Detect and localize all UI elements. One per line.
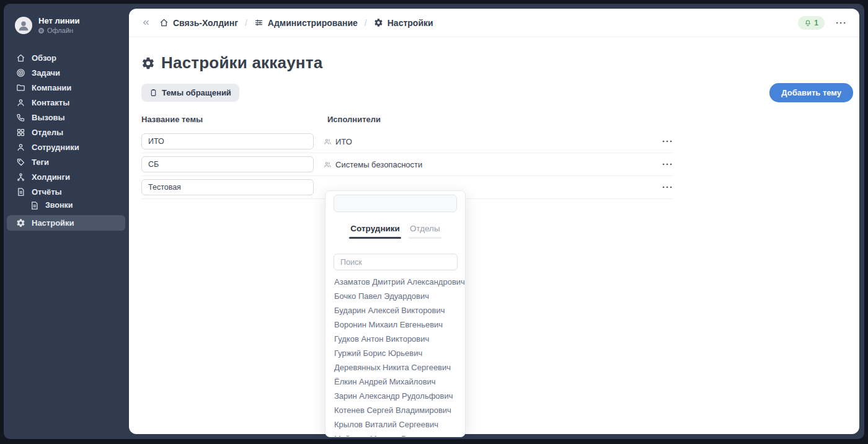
folder-icon xyxy=(16,82,25,92)
table-row: ИТО ··· xyxy=(141,130,673,153)
breadcrumb-item-settings[interactable]: Настройки xyxy=(374,18,433,28)
assignee-select-input[interactable] xyxy=(334,195,457,212)
topic-name-input[interactable] xyxy=(141,156,314,172)
sidebar: Нет линии Офлайн Обзор Задачи Компании xyxy=(4,4,129,439)
employee-list: Азаматов Дмитрий Александрович Бочко Пав… xyxy=(326,275,465,437)
phone-icon xyxy=(16,112,25,122)
employee-option[interactable]: Воронин Михаил Евгеньевич xyxy=(326,317,465,332)
sidebar-item-reports-calls[interactable]: Звонки xyxy=(4,199,129,211)
grid-icon xyxy=(16,127,25,137)
employee-option[interactable]: Гудков Антон Викторович xyxy=(326,332,465,346)
topbar: Связь-Холдинг / Администрирование / Наст… xyxy=(129,9,859,37)
employee-option[interactable]: Зарин Александр Рудольфович xyxy=(326,389,465,403)
status-dot-icon xyxy=(38,28,44,33)
sidebar-item-reports[interactable]: Отчёты xyxy=(4,184,129,199)
executors-cell[interactable]: ИТО xyxy=(324,137,662,146)
gear-icon xyxy=(374,18,383,27)
bell-icon xyxy=(804,19,812,27)
user-status: Офлайн xyxy=(47,27,73,34)
gear-icon xyxy=(16,218,25,228)
column-header-topic-name: Название темы xyxy=(141,115,314,124)
breadcrumb-item-holding[interactable]: Связь-Холдинг xyxy=(159,18,238,28)
sidebar-item-tasks[interactable]: Задачи xyxy=(4,65,129,80)
employee-option[interactable]: Бочко Павел Эдуардович xyxy=(326,289,465,303)
employee-option[interactable]: Крылов Виталий Сергеевич xyxy=(326,417,465,432)
employee-option[interactable]: Майоров Максим Владимирович xyxy=(326,432,465,437)
sidebar-item-calls[interactable]: Вызовы xyxy=(4,110,129,125)
notification-count: 1 xyxy=(814,19,818,27)
tab-employees[interactable]: Сотрудники xyxy=(350,224,400,239)
clipboard-icon xyxy=(149,89,157,97)
tag-icon xyxy=(16,157,25,167)
notification-badge[interactable]: 1 xyxy=(798,16,825,30)
breadcrumb: Связь-Холдинг / Администрирование / Наст… xyxy=(159,18,433,28)
search-input[interactable] xyxy=(334,254,458,270)
person-icon xyxy=(16,97,25,107)
column-header-executors: Исполнители xyxy=(324,115,381,124)
document-icon xyxy=(29,200,39,210)
sidebar-item-holdings[interactable]: Холдинги xyxy=(4,169,129,184)
row-more-menu[interactable]: ··· xyxy=(662,161,673,167)
user-block[interactable]: Нет линии Офлайн xyxy=(4,14,129,40)
employee-option[interactable]: Деревянных Никита Сергеевич xyxy=(326,360,465,375)
employee-option[interactable]: Бударин Алексей Викторович xyxy=(326,303,465,317)
employee-option[interactable]: Котенев Сергей Владимирович xyxy=(326,403,465,417)
document-icon xyxy=(16,187,25,197)
sidebar-nav: Обзор Задачи Компании Контакты Вызовы От… xyxy=(4,50,129,231)
group-icon xyxy=(324,138,332,146)
gear-icon xyxy=(141,56,155,70)
sidebar-item-overview[interactable]: Обзор xyxy=(4,50,129,65)
collapse-sidebar-icon[interactable] xyxy=(141,18,151,27)
employee-option[interactable]: Ёлкин Андрей Михайлович xyxy=(326,375,465,389)
row-more-menu[interactable]: ··· xyxy=(662,138,673,144)
table-header: Название темы Исполнители xyxy=(141,115,673,124)
home-icon xyxy=(16,53,25,63)
breadcrumb-separator: / xyxy=(245,18,247,28)
sidebar-item-companies[interactable]: Компании xyxy=(4,80,129,95)
breadcrumb-item-administration[interactable]: Администрирование xyxy=(254,18,358,28)
executor-picker-popup: Сотрудники Отделы Азаматов Дмитрий Алекс… xyxy=(325,190,466,437)
user-name: Нет линии xyxy=(38,16,80,25)
target-icon xyxy=(16,68,25,78)
avatar xyxy=(15,17,32,34)
page-title: Настройки аккаунта xyxy=(141,53,847,73)
breadcrumb-separator: / xyxy=(365,18,367,28)
sidebar-item-contacts[interactable]: Контакты xyxy=(4,95,129,110)
employee-option[interactable]: Азаматов Дмитрий Александрович xyxy=(326,275,465,289)
row-more-menu[interactable]: ··· xyxy=(662,184,673,190)
tab-departments[interactable]: Отделы xyxy=(410,224,440,239)
sidebar-item-departments[interactable]: Отделы xyxy=(4,125,129,140)
main-card: Связь-Холдинг / Администрирование / Наст… xyxy=(129,9,859,434)
topbar-more-menu[interactable]: ··· xyxy=(836,20,847,26)
picker-tabs: Сотрудники Отделы xyxy=(326,224,465,239)
topics-table: Название темы Исполнители ИТО ··· Сис xyxy=(141,115,673,199)
tab-topics-chip[interactable]: Темы обращений xyxy=(141,84,239,102)
employee-option[interactable]: Гуржий Борис Юрьевич xyxy=(326,346,465,360)
sidebar-item-settings[interactable]: Настройки xyxy=(7,215,125,231)
app-window: Нет линии Офлайн Обзор Задачи Компании xyxy=(4,4,864,439)
group-icon xyxy=(324,161,332,169)
sliders-icon xyxy=(254,18,264,27)
tabs-bar: Темы обращений Добавить тему xyxy=(141,83,847,102)
page-content: Настройки аккаунта Темы обращений Добави… xyxy=(129,53,859,199)
topic-name-input[interactable] xyxy=(141,179,314,195)
add-topic-button[interactable]: Добавить тему xyxy=(769,83,853,102)
topic-name-input[interactable] xyxy=(141,133,314,149)
sidebar-item-tags[interactable]: Теги xyxy=(4,154,129,169)
table-row: Системы безопасности ··· xyxy=(141,153,673,176)
person-icon xyxy=(16,142,25,152)
executors-cell[interactable]: Системы безопасности xyxy=(324,160,662,169)
org-network-icon xyxy=(16,172,25,182)
home-icon xyxy=(159,18,169,27)
sidebar-item-employees[interactable]: Сотрудники xyxy=(4,140,129,154)
